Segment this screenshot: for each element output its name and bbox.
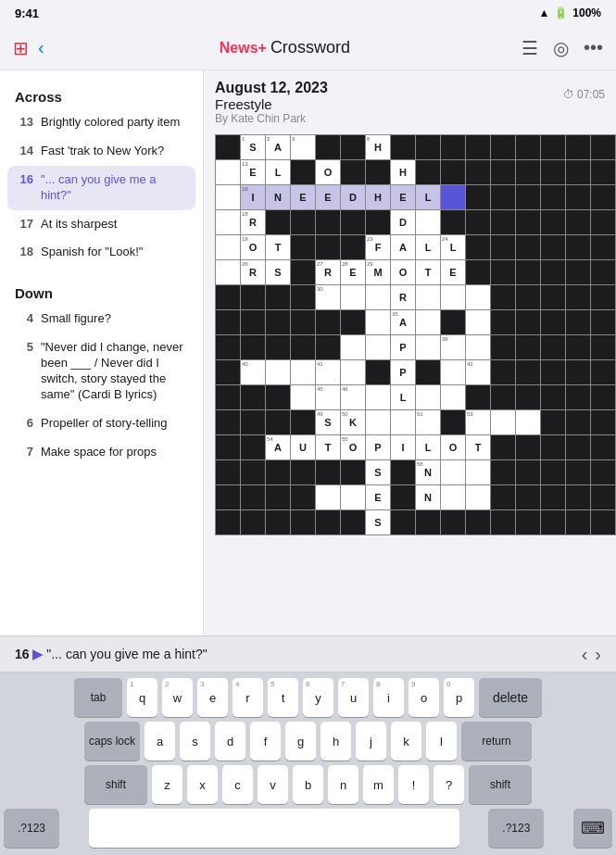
key-h[interactable]: h	[321, 722, 351, 761]
grid-cell[interactable]	[591, 385, 615, 409]
grid-cell[interactable]	[416, 385, 440, 409]
prev-clue-button[interactable]: ‹	[582, 644, 588, 665]
clue-across-17[interactable]: 17 At its sharpest	[0, 210, 203, 239]
grid-cell[interactable]	[341, 210, 365, 234]
grid-cell[interactable]	[491, 185, 515, 209]
key-b[interactable]: b	[293, 765, 323, 804]
grid-cell[interactable]	[266, 360, 290, 384]
grid-cell[interactable]	[591, 360, 615, 384]
grid-cell[interactable]	[391, 485, 415, 509]
grid-cell[interactable]: N	[266, 185, 290, 209]
grid-cell[interactable]	[566, 210, 590, 234]
grid-cell[interactable]: I	[391, 435, 415, 459]
grid-cell[interactable]: U	[291, 435, 315, 459]
grid-cell[interactable]	[516, 285, 540, 309]
grid-cell[interactable]	[416, 285, 440, 309]
grid-cell[interactable]	[341, 310, 365, 334]
grid-cell[interactable]	[466, 210, 490, 234]
grid-cell[interactable]: N	[416, 485, 440, 509]
grid-cell[interactable]	[466, 310, 490, 334]
grid-cell[interactable]	[516, 435, 540, 459]
grid-cell[interactable]	[341, 285, 365, 309]
grid-cell[interactable]	[466, 285, 490, 309]
grid-cell[interactable]	[216, 285, 240, 309]
grid-cell[interactable]	[516, 335, 540, 359]
key-exclaim[interactable]: !	[398, 765, 429, 804]
grid-cell[interactable]: 40	[241, 360, 265, 384]
grid-cell[interactable]	[441, 385, 465, 409]
grid-cell[interactable]: 16I	[241, 185, 265, 209]
grid-cell[interactable]	[416, 510, 440, 534]
grid-cell[interactable]: E	[291, 185, 315, 209]
grid-cell[interactable]: P	[366, 435, 390, 459]
grid-cell[interactable]	[516, 510, 540, 534]
grid-cell[interactable]	[591, 210, 615, 234]
grid-cell[interactable]: A	[391, 235, 415, 259]
grid-cell[interactable]: 18R	[241, 210, 265, 234]
grid-cell[interactable]	[591, 235, 615, 259]
grid-cell[interactable]	[216, 235, 240, 259]
grid-cell[interactable]	[466, 135, 490, 159]
grid-cell[interactable]: 3	[291, 135, 315, 159]
key-p[interactable]: 0p	[444, 678, 474, 717]
shift-right-key[interactable]: shift	[469, 765, 532, 804]
more-icon[interactable]: •••	[584, 37, 603, 58]
grid-cell[interactable]	[291, 385, 315, 409]
grid-cell[interactable]: S	[366, 510, 390, 534]
grid-cell[interactable]	[341, 510, 365, 534]
grid-cell[interactable]	[566, 260, 590, 284]
grid-cell[interactable]	[216, 160, 240, 184]
grid-cell[interactable]: T	[466, 435, 490, 459]
grid-cell[interactable]: 42	[466, 360, 490, 384]
grid-cell[interactable]	[416, 160, 440, 184]
grid-cell[interactable]	[291, 460, 315, 484]
grid-cell[interactable]	[591, 260, 615, 284]
grid-cell[interactable]	[491, 385, 515, 409]
grid-cell[interactable]: P	[391, 360, 415, 384]
grid-cell[interactable]	[266, 285, 290, 309]
grid-cell[interactable]	[291, 360, 315, 384]
grid-cell[interactable]	[591, 160, 615, 184]
grid-cell[interactable]	[591, 285, 615, 309]
grid-cell[interactable]: 28E	[341, 260, 365, 284]
grid-cell[interactable]: 53	[466, 410, 490, 434]
grid-cell[interactable]	[241, 435, 265, 459]
grid-cell[interactable]	[316, 135, 340, 159]
list-icon[interactable]: ☰	[522, 37, 538, 59]
grid-cell[interactable]	[266, 335, 290, 359]
grid-cell[interactable]: D	[341, 185, 365, 209]
emoji-key[interactable]: ⌨	[573, 809, 612, 848]
key-z[interactable]: z	[152, 765, 182, 804]
grid-cell[interactable]	[291, 310, 315, 334]
grid-cell[interactable]: 39	[441, 335, 465, 359]
grid-cell[interactable]: 51	[416, 410, 440, 434]
grid-cell[interactable]	[266, 310, 290, 334]
grid-cell[interactable]	[366, 285, 390, 309]
grid-cell[interactable]	[516, 385, 540, 409]
grid-cell[interactable]	[316, 310, 340, 334]
grid-cell[interactable]	[216, 135, 240, 159]
grid-cell[interactable]: 45	[316, 385, 340, 409]
next-clue-button[interactable]: ›	[595, 644, 601, 665]
grid-cell[interactable]	[241, 460, 265, 484]
grid-cell[interactable]	[516, 460, 540, 484]
person-icon[interactable]: ◎	[553, 37, 569, 59]
grid-cell[interactable]	[566, 510, 590, 534]
grid-cell[interactable]	[241, 310, 265, 334]
grid-cell[interactable]: H	[366, 185, 390, 209]
grid-cell[interactable]	[516, 185, 540, 209]
grid-cell[interactable]	[566, 285, 590, 309]
grid-cell[interactable]	[516, 410, 540, 434]
grid-cell[interactable]: 13E	[241, 160, 265, 184]
grid-cell[interactable]	[491, 510, 515, 534]
grid-cell[interactable]	[266, 210, 290, 234]
grid-cell[interactable]	[516, 160, 540, 184]
grid-cell[interactable]	[266, 485, 290, 509]
grid-cell[interactable]	[541, 410, 565, 434]
grid-cell[interactable]: S	[366, 460, 390, 484]
key-w[interactable]: 2w	[162, 678, 193, 717]
grid-cell[interactable]	[341, 485, 365, 509]
clue-down-5[interactable]: 5 "Never did I change, never been ___ / …	[0, 333, 203, 409]
grid-cell[interactable]	[291, 210, 315, 234]
grid-cell[interactable]	[441, 285, 465, 309]
